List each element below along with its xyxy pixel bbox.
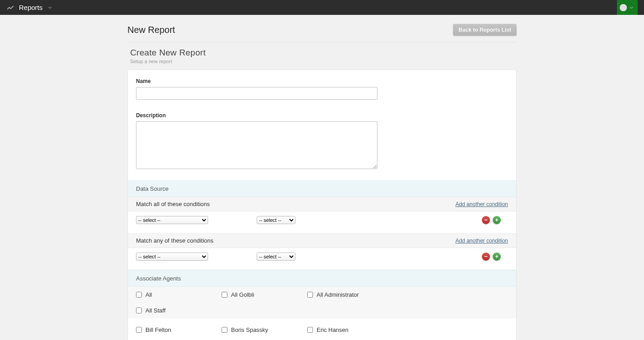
name-input[interactable] (136, 87, 377, 100)
avatar (620, 4, 627, 11)
container: New Report Back to Reports List Create N… (127, 24, 517, 340)
condition-row-all: -- select -- -- select -- − + (128, 211, 516, 234)
description-input[interactable] (136, 121, 377, 169)
plus-icon: + (495, 216, 499, 223)
agent-checkbox-all[interactable]: All (136, 289, 222, 300)
agent-group-row: All Staff (128, 303, 516, 318)
plus-icon: + (495, 253, 499, 260)
add-condition-button[interactable]: + (493, 216, 501, 224)
user-menu-chevron-icon (629, 5, 634, 10)
page-title: New Report (127, 25, 175, 35)
page-body: New Report Back to Reports List Create N… (0, 15, 644, 340)
agent-checkbox-all-staff[interactable]: All Staff (136, 305, 222, 316)
match-any-bar: Match any of these conditions Add anothe… (128, 234, 516, 248)
agent-group-row: All All Golbli All Administrator (128, 287, 516, 303)
agent-person-row: Hyton Davids Kevin McNally Levon Aronian (128, 338, 516, 340)
agent-checkbox-all-golbli[interactable]: All Golbli (222, 289, 307, 300)
chevron-down-icon[interactable] (47, 5, 53, 10)
match-all-bar: Match all of these conditions Add anothe… (128, 197, 516, 211)
condition-op-select-any[interactable]: -- select -- (257, 253, 295, 261)
user-menu[interactable] (617, 0, 638, 15)
condition-field-select[interactable]: -- select -- (136, 216, 208, 224)
form-card: Name Description Data Source Match all o… (127, 69, 517, 340)
top-bar-left: Reports (6, 4, 53, 12)
remove-condition-button-any[interactable]: − (482, 253, 490, 261)
section-title: Create New Report (130, 48, 517, 58)
back-to-reports-list-button[interactable]: Back to Reports List (453, 24, 517, 36)
data-source-header: Data Source (128, 180, 516, 197)
top-bar-title[interactable]: Reports (19, 4, 43, 11)
add-condition-button-any[interactable]: + (493, 253, 501, 261)
match-any-label: Match any of these conditions (136, 237, 213, 244)
agent-person-row: Bill Felton Boris Spassky Eric Hansen (128, 318, 516, 338)
minus-icon: − (484, 216, 488, 223)
remove-condition-button[interactable]: − (482, 216, 490, 224)
match-all-label: Match all of these conditions (136, 201, 210, 207)
page-header: New Report Back to Reports List (127, 24, 517, 42)
agent-checkbox[interactable]: Boris Spassky (222, 325, 307, 335)
name-label: Name (136, 78, 508, 84)
associate-agents-header: Associate Agents (128, 270, 516, 287)
agents-list: All All Golbli All Administrator All Sta… (128, 287, 516, 340)
description-label: Description (136, 112, 508, 119)
minus-icon: − (484, 253, 488, 260)
top-bar: Reports (0, 0, 644, 15)
agent-checkbox-all-administrator[interactable]: All Administrator (307, 289, 393, 300)
agent-checkbox[interactable]: Bill Felton (136, 325, 222, 335)
add-condition-all-link[interactable]: Add another condition (455, 201, 508, 207)
add-condition-any-link[interactable]: Add another condition (455, 238, 508, 244)
section-subtitle: Setup a new report (130, 59, 517, 64)
condition-row-any: -- select -- -- select -- − + (128, 248, 516, 270)
agent-checkbox[interactable]: Eric Hansen (307, 325, 393, 335)
condition-field-select-any[interactable]: -- select -- (136, 253, 208, 261)
reports-icon (6, 4, 14, 12)
condition-op-select[interactable]: -- select -- (257, 216, 295, 224)
